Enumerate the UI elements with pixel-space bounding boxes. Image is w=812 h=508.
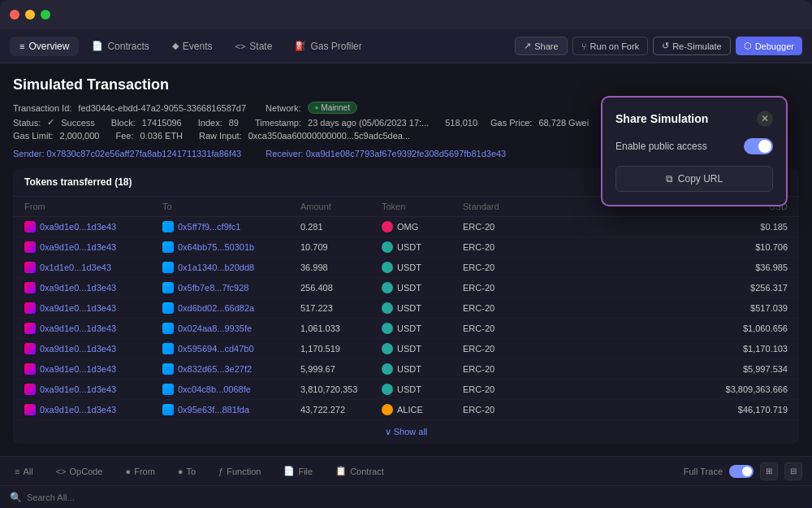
bottom-bar: ≡ All <> OpCode ● From ● To ƒ Function 📄… [0, 456, 812, 485]
tab-events[interactable]: ◆ Events [162, 37, 222, 56]
bottom-tab-contract[interactable]: 📋 Contract [330, 463, 389, 479]
opcode-icon: <> [56, 467, 67, 476]
modal-title: Share Simulation [615, 112, 708, 125]
from-icon: ● [126, 467, 132, 476]
toggle-knob [758, 140, 771, 153]
enable-access-toggle[interactable] [744, 138, 773, 154]
copy-icon: ⧉ [666, 173, 673, 185]
bottom-tab-file[interactable]: 📄 File [279, 463, 317, 479]
maximize-dot[interactable] [41, 10, 50, 20]
overview-icon: ≡ [19, 41, 24, 51]
function-icon: ƒ [218, 467, 223, 476]
minimize-dot[interactable] [25, 10, 35, 20]
re-simulate-button[interactable]: ↺ Re-Simulate [653, 37, 731, 55]
bottom-tab-function[interactable]: ƒ Function [214, 464, 266, 479]
file-icon: 📄 [283, 466, 295, 476]
full-trace-label: Full Trace [684, 467, 723, 476]
search-input[interactable] [27, 493, 189, 502]
main-content: Simulated Transaction Transaction Id: fe… [0, 63, 812, 456]
nav-bar: ≡ Overview 📄 Contracts ◆ Events <> State… [0, 29, 812, 63]
titlebar [0, 0, 812, 29]
copy-url-button[interactable]: ⧉ Copy URL [615, 166, 773, 192]
bottom-right: Full Trace ⊞ ⊟ [684, 462, 802, 480]
enable-access-row: Enable public access [615, 138, 773, 154]
full-trace-knob [742, 467, 752, 476]
close-dot[interactable] [10, 10, 19, 20]
share-button[interactable]: ↗ Share [515, 37, 567, 55]
search-bar: 🔍 [0, 485, 812, 508]
bottom-tab-opcode[interactable]: <> OpCode [51, 464, 108, 479]
run-on-fork-button[interactable]: ⑂ Run on Fork [572, 37, 649, 55]
app-window: ≡ Overview 📄 Contracts ◆ Events <> State… [0, 0, 812, 508]
bottom-tab-to[interactable]: ● To [173, 464, 201, 479]
full-trace-toggle[interactable] [729, 465, 754, 478]
layout-btn-1[interactable]: ⊞ [760, 462, 778, 480]
tab-contracts[interactable]: 📄 Contracts [82, 37, 158, 56]
contracts-icon: 📄 [92, 41, 103, 51]
fork-icon: ⑂ [581, 41, 587, 51]
modal-overlay: Share Simulation ✕ Enable public access … [0, 63, 812, 456]
debugger-icon: ⬡ [744, 41, 752, 51]
events-icon: ◆ [172, 41, 179, 51]
debugger-button[interactable]: ⬡ Debugger [736, 37, 802, 55]
modal-close-button[interactable]: ✕ [757, 111, 773, 127]
bottom-tab-from[interactable]: ● From [121, 464, 160, 479]
layout-btn-2[interactable]: ⊟ [784, 462, 802, 480]
re-simulate-icon: ↺ [662, 41, 669, 51]
gas-icon: ⛽ [295, 41, 306, 51]
to-icon: ● [178, 467, 184, 476]
share-icon: ↗ [524, 41, 531, 51]
tab-gas-profiler[interactable]: ⛽ Gas Profiler [285, 37, 371, 56]
search-icon: 🔍 [10, 492, 22, 503]
share-modal: Share Simulation ✕ Enable public access … [601, 96, 788, 206]
tab-overview[interactable]: ≡ Overview [10, 37, 79, 56]
modal-header: Share Simulation ✕ [615, 111, 773, 127]
state-icon: <> [235, 41, 245, 51]
contract-icon: 📋 [335, 466, 347, 476]
bottom-tab-all[interactable]: ≡ All [10, 464, 38, 479]
all-icon: ≡ [15, 467, 19, 476]
enable-access-label: Enable public access [615, 141, 707, 152]
nav-actions: ↗ Share ⑂ Run on Fork ↺ Re-Simulate ⬡ De… [515, 37, 802, 55]
tab-state[interactable]: <> State [225, 37, 282, 56]
